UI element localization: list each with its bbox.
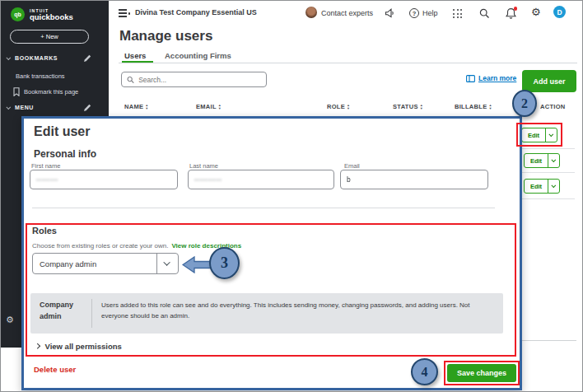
- email-field[interactable]: b: [340, 170, 488, 189]
- new-button[interactable]: + New: [10, 30, 89, 44]
- chevron-down-icon: [548, 132, 553, 137]
- edit-dropdown-toggle[interactable]: [548, 180, 559, 193]
- bookmark-this-page-label: Bookmark this page: [24, 88, 78, 96]
- brand-quickbooks: quickbooks: [30, 12, 73, 21]
- annotation-step-4: 4: [411, 358, 438, 385]
- role-description-text: Users added to this role can see and do …: [91, 299, 503, 328]
- search-icon: [127, 76, 134, 84]
- role-dropdown-toggle[interactable]: [156, 254, 178, 273]
- last-name-label: Last name: [189, 162, 218, 170]
- roles-intro-text: Choose from existing roles or create you…: [32, 242, 168, 250]
- email-value: b: [347, 175, 351, 184]
- book-icon: [466, 75, 475, 82]
- column-header-name[interactable]: NAME: [124, 103, 149, 110]
- annotation-step-3: 3: [209, 247, 240, 279]
- header-label: EMAIL: [196, 103, 217, 110]
- chevron-down-icon: [551, 157, 556, 162]
- company-name: Divina Test Company Essential US: [135, 8, 257, 16]
- edit-user-button-row2[interactable]: Edit: [524, 153, 560, 168]
- page-title: Manage users: [119, 28, 212, 44]
- bookmarks-header-label: BOOKMARKS: [15, 55, 58, 61]
- edit-user-button-row1[interactable]: Edit: [521, 128, 557, 142]
- column-header-status[interactable]: STATUS: [393, 103, 423, 110]
- learn-more-link[interactable]: Learn more: [466, 74, 516, 82]
- last-name-field[interactable]: ----------: [188, 170, 334, 189]
- chevron-right-icon: [35, 343, 40, 348]
- megaphone-icon[interactable]: [385, 8, 395, 18]
- tabs-divider: [119, 63, 577, 63]
- tab-users[interactable]: Users: [124, 51, 146, 60]
- section-divider: [32, 208, 495, 208]
- email-label: Email: [344, 162, 360, 170]
- save-changes-button[interactable]: Save changes: [447, 364, 516, 382]
- column-header-role[interactable]: ROLE: [327, 103, 350, 110]
- chevron-down-icon: [551, 183, 556, 188]
- header-label: NAME: [124, 103, 143, 110]
- sidebar-section-bookmarks[interactable]: BOOKMARKS: [7, 55, 58, 61]
- menu-header-label: MENU: [15, 105, 34, 110]
- row-divider: [520, 172, 575, 173]
- edit-label: Edit: [522, 128, 545, 142]
- bookmark-icon: [13, 87, 20, 96]
- first-name-value: --------: [36, 175, 58, 184]
- roles-intro: Choose from existing roles or create you…: [32, 242, 241, 250]
- header-label: BILLABLE: [455, 103, 487, 110]
- sort-icon: [145, 104, 148, 110]
- bank-transactions-label: Bank transactions: [16, 72, 65, 80]
- view-all-permissions[interactable]: View all permissions: [35, 342, 122, 351]
- roles-heading: Roles: [32, 226, 57, 236]
- modal-title: Edit user: [34, 124, 90, 139]
- edit-user-modal: Edit user Personal info First name Last …: [21, 116, 522, 390]
- search-input[interactable]: [138, 76, 261, 84]
- edit-label: Edit: [525, 180, 548, 193]
- learn-more-label: Learn more: [478, 74, 516, 82]
- table-bottom-border: [520, 340, 576, 341]
- edit-user-button-row3[interactable]: Edit: [524, 179, 560, 194]
- first-name-field[interactable]: --------: [30, 170, 178, 189]
- personal-info-heading: Personal info: [34, 148, 96, 160]
- notifications-bell-icon[interactable]: [506, 7, 516, 19]
- edit-dropdown-toggle[interactable]: [548, 154, 559, 167]
- help-menu[interactable]: ? Help: [409, 8, 438, 18]
- role-dropdown-value: Company admin: [33, 254, 156, 273]
- sort-icon: [218, 104, 222, 110]
- header-label: STATUS: [393, 103, 418, 110]
- column-header-action: ACTION: [540, 103, 566, 110]
- view-all-permissions-label: View all permissions: [45, 342, 122, 351]
- column-header-email[interactable]: EMAIL: [196, 103, 222, 110]
- edit-pencil-icon[interactable]: [83, 104, 91, 112]
- sort-icon: [347, 104, 350, 110]
- chevron-down-icon: [163, 259, 170, 265]
- delete-user-link[interactable]: Delete user: [34, 365, 76, 374]
- expert-avatar: [305, 7, 317, 18]
- row-divider: [520, 148, 575, 149]
- hamburger-menu-icon[interactable]: [119, 9, 130, 17]
- sidebar-section-menu[interactable]: MENU: [7, 105, 34, 110]
- search-icon[interactable]: [479, 8, 490, 19]
- header-label: ROLE: [327, 103, 345, 110]
- sidebar-item-bookmark-this-page[interactable]: Bookmark this page: [13, 87, 78, 96]
- tab-accounting-firms[interactable]: Accounting Firms: [165, 51, 231, 60]
- help-label: Help: [422, 9, 438, 17]
- help-icon: ?: [409, 8, 419, 18]
- role-description-title: Company admin: [30, 293, 91, 334]
- chevron-down-icon: [6, 105, 11, 110]
- header-label: ACTION: [540, 103, 566, 110]
- edit-dropdown-toggle[interactable]: [545, 128, 557, 142]
- column-header-billable[interactable]: BILLABLE: [455, 103, 492, 110]
- last-name-value: ----------: [194, 175, 222, 184]
- sort-icon: [420, 104, 423, 110]
- contact-experts-link[interactable]: Contact experts: [321, 9, 373, 17]
- notification-dot: [514, 7, 518, 11]
- edit-pencil-icon[interactable]: [83, 54, 91, 63]
- profile-avatar[interactable]: D: [553, 6, 566, 18]
- sidebar-gear-icon[interactable]: ⚙: [6, 315, 14, 324]
- settings-gear-icon[interactable]: ⚙: [531, 7, 541, 17]
- quickbooks-app-window: qb INTUIT quickbooks + New BOOKMARKS Ban…: [0, 0, 583, 392]
- role-dropdown[interactable]: Company admin: [32, 253, 179, 274]
- apps-grid-icon[interactable]: [453, 9, 462, 18]
- sidebar-item-bank-transactions[interactable]: Bank transactions: [16, 72, 65, 80]
- annotation-step-2: 2: [512, 90, 537, 117]
- role-description-box: Company admin Users added to this role c…: [30, 293, 503, 334]
- add-user-button[interactable]: Add user: [522, 70, 576, 92]
